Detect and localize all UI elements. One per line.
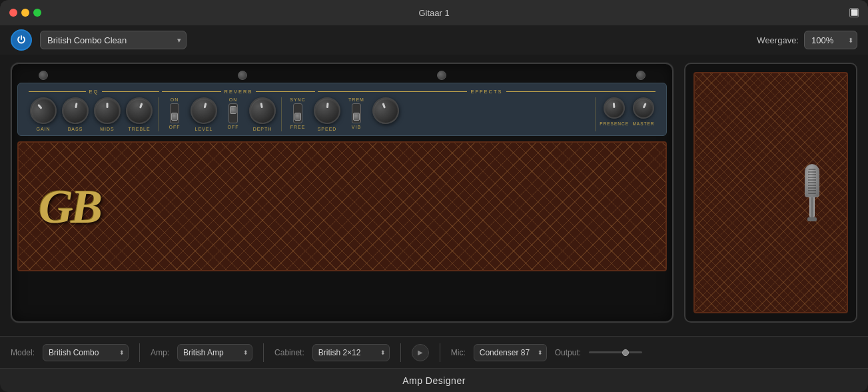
minimize-button[interactable]	[21, 9, 29, 17]
reverb-toggle[interactable]	[170, 103, 179, 123]
effects-knob[interactable]	[368, 93, 402, 127]
cabinet-selector[interactable]: British 2×12 American 4×12	[312, 344, 390, 361]
amp-body: EQ REVERB EFFECTS	[11, 63, 673, 323]
effects-controls: SYNC FREE SPEED TREM	[286, 97, 591, 131]
model-dropdown[interactable]: British Combo American Vintage Boutique	[43, 344, 129, 361]
preset-dropdown[interactable]: British Combo Clean British Combo Britis…	[40, 31, 187, 49]
effects-presence-divider	[595, 97, 596, 131]
cabinet-dropdown[interactable]: British 2×12 American 4×12	[312, 344, 390, 361]
fullscreen-button[interactable]	[33, 9, 41, 17]
all-controls: GAIN BASS MIDS TREBLE	[29, 97, 655, 131]
cabinet	[684, 63, 857, 323]
footer: Amp Designer	[0, 368, 868, 392]
amp-selector[interactable]: British Amp American Amp	[177, 344, 252, 361]
reverb2-on-label: ON	[229, 97, 238, 102]
bass-knob-wrap: BASS	[61, 97, 90, 131]
trem-toggle-wrap: TREM VIB	[344, 97, 368, 129]
gain-label: GAIN	[36, 127, 50, 131]
expand-icon[interactable]: ⬜	[849, 8, 859, 17]
level-knob-wrap: LEVEL	[189, 97, 218, 131]
cabinet-grille-pattern	[695, 73, 847, 312]
presence-master-controls: PRESENCE MASTER	[600, 97, 655, 126]
speed-knob[interactable]	[312, 96, 341, 125]
amp-dropdown[interactable]: British Amp American Amp	[177, 344, 252, 361]
sync-toggle[interactable]	[293, 103, 302, 123]
gain-knob[interactable]	[25, 92, 62, 129]
reverb-effects-divider	[281, 97, 282, 131]
treble-knob-wrap: TREBLE	[125, 97, 154, 131]
bass-knob[interactable]	[60, 95, 91, 126]
free-label: FREE	[290, 125, 306, 129]
depth-knob[interactable]	[247, 95, 278, 126]
trem-toggle[interactable]	[352, 103, 361, 123]
presence-knob[interactable]	[603, 97, 626, 120]
sync-toggle-wrap: SYNC FREE	[286, 97, 310, 129]
treble-label: TREBLE	[128, 127, 150, 131]
speaker-grille: GB	[17, 141, 667, 271]
top-bar: British Combo Clean British Combo Britis…	[0, 25, 868, 55]
window-title: Gitaar 1	[418, 8, 449, 18]
separator-1	[139, 343, 140, 362]
play-button[interactable]: ▶	[412, 344, 429, 361]
treble-knob[interactable]	[122, 93, 156, 127]
gain-knob-wrap: GAIN	[29, 97, 58, 131]
mids-knob-wrap: MIDS	[93, 97, 122, 131]
cabinet-label: Cabinet:	[274, 348, 304, 357]
mids-knob[interactable]	[94, 97, 121, 124]
top-bar-right: Weergave: 50% 75% 100% 125% 150%	[757, 31, 857, 49]
section-headers: EQ REVERB EFFECTS	[29, 89, 655, 95]
mic-selector[interactable]: Condenser 87 Dynamic 57	[474, 344, 547, 361]
eq-reverb-divider	[158, 97, 159, 131]
reverb2-toggle-nub	[230, 106, 236, 114]
separator-2	[263, 343, 264, 362]
screw-1	[39, 71, 48, 80]
screw-2	[238, 71, 247, 80]
bass-label: BASS	[68, 127, 83, 131]
mic-dropdown[interactable]: Condenser 87 Dynamic 57	[474, 344, 547, 361]
speed-knob-wrap: SPEED	[312, 97, 342, 131]
microphone	[805, 164, 819, 221]
bottom-bar: Model: British Combo American Vintage Bo…	[0, 336, 868, 368]
mids-label: MIDS	[100, 127, 115, 131]
mic-stand	[807, 217, 817, 221]
mic-head	[805, 164, 819, 197]
weergave-dropdown[interactable]: 50% 75% 100% 125% 150%	[804, 31, 857, 49]
mic-body	[809, 197, 815, 217]
power-icon	[16, 35, 27, 45]
level-label: LEVEL	[195, 127, 213, 131]
trem-label: TREM	[348, 97, 364, 102]
weergave-label: Weergave:	[757, 35, 799, 45]
model-label: Model:	[11, 348, 35, 357]
output-slider-thumb[interactable]	[622, 349, 629, 356]
vib-label: VIB	[352, 125, 361, 129]
traffic-lights	[9, 9, 41, 17]
main-content: EQ REVERB EFFECTS	[0, 55, 868, 336]
preset-selector[interactable]: British Combo Clean British Combo Britis…	[40, 31, 187, 49]
reverb2-off-label: OFF	[228, 125, 239, 129]
master-label: MASTER	[632, 121, 654, 126]
reverb2-toggle[interactable]	[228, 103, 238, 123]
model-selector[interactable]: British Combo American Vintage Boutique	[43, 344, 129, 361]
effects-knob-wrap	[371, 97, 400, 131]
reverb-toggle-wrap: ON OFF	[163, 97, 187, 129]
eq-section-label: EQ	[86, 89, 103, 95]
level-knob[interactable]	[188, 95, 220, 127]
depth-knob-wrap: DEPTH	[248, 97, 277, 131]
close-button[interactable]	[9, 9, 17, 17]
depth-label: DEPTH	[253, 127, 272, 131]
sync-toggle-nub	[294, 113, 301, 121]
mic-label: Mic:	[451, 348, 466, 357]
grille-pattern	[19, 143, 665, 270]
speed-label: SPEED	[318, 127, 337, 131]
reverb2-toggle-wrap: ON OFF	[221, 97, 245, 129]
title-bar: Gitaar 1 ⬜	[0, 0, 868, 25]
reverb-off-label: OFF	[169, 125, 181, 129]
master-knob[interactable]	[630, 94, 658, 123]
output-slider-track[interactable]	[589, 351, 642, 353]
footer-title: Amp Designer	[402, 375, 466, 386]
weergave-selector[interactable]: 50% 75% 100% 125% 150%	[804, 31, 857, 49]
trem-toggle-nub	[353, 113, 360, 121]
output-slider[interactable]	[589, 351, 642, 353]
reverb-on-label: ON	[171, 97, 179, 102]
power-button[interactable]	[11, 29, 32, 51]
